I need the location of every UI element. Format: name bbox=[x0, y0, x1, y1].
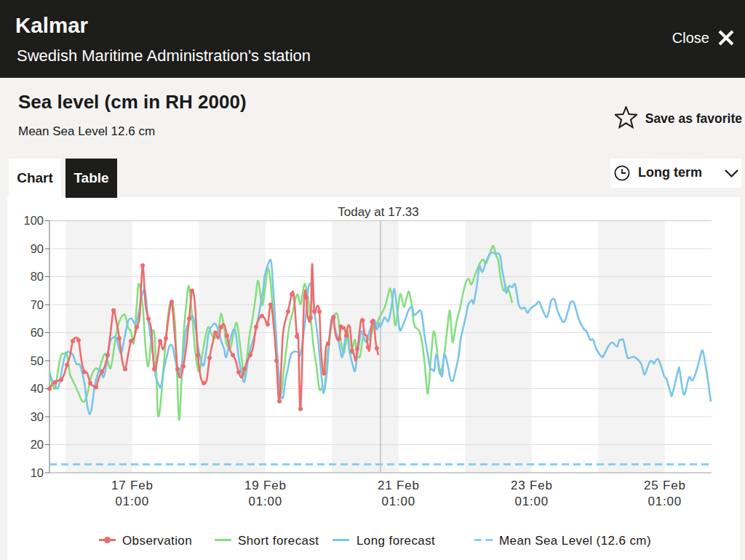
svg-text:23 Feb: 23 Feb bbox=[511, 479, 553, 492]
svg-text:20: 20 bbox=[31, 438, 44, 451]
svg-text:25 Feb: 25 Feb bbox=[644, 479, 686, 492]
svg-text:30: 30 bbox=[31, 410, 44, 423]
svg-text:80: 80 bbox=[31, 270, 44, 283]
svg-text:Today at 17.33: Today at 17.33 bbox=[338, 205, 419, 219]
svg-text:21 Feb: 21 Feb bbox=[378, 479, 420, 492]
svg-text:19 Feb: 19 Feb bbox=[244, 479, 287, 492]
svg-text:90: 90 bbox=[31, 242, 44, 255]
svg-text:100: 100 bbox=[23, 214, 44, 227]
svg-text:01:00: 01:00 bbox=[116, 495, 150, 508]
svg-text:60: 60 bbox=[31, 326, 44, 339]
svg-text:40: 40 bbox=[31, 382, 44, 395]
svg-text:01:00: 01:00 bbox=[648, 495, 682, 508]
svg-text:50: 50 bbox=[31, 354, 44, 367]
svg-text:01:00: 01:00 bbox=[382, 495, 416, 508]
svg-text:01:00: 01:00 bbox=[249, 495, 283, 508]
svg-text:01:00: 01:00 bbox=[515, 495, 549, 508]
svg-text:70: 70 bbox=[31, 298, 44, 311]
svg-text:10: 10 bbox=[31, 466, 44, 479]
svg-text:17 Feb: 17 Feb bbox=[111, 479, 154, 492]
